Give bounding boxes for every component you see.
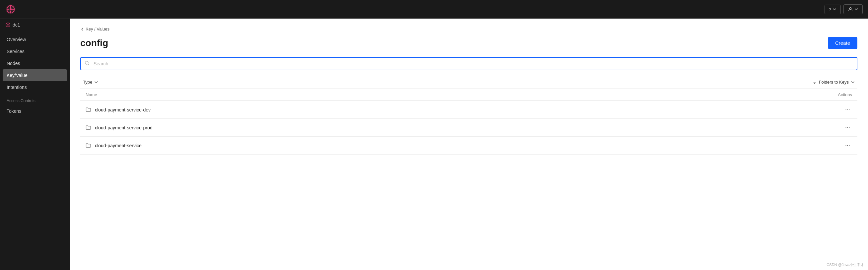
sidebar-item-nodes[interactable]: Nodes	[0, 57, 70, 69]
main-content: Key / Values config Create Type Folders …	[70, 19, 868, 270]
sidebar-item-keyvalue[interactable]: Key/Value	[3, 69, 67, 81]
row-name: cloud-payment-service-dev	[86, 107, 151, 113]
breadcrumb-back[interactable]: Key / Values	[80, 27, 110, 32]
page-title: config	[80, 38, 108, 48]
consul-logo-icon	[5, 4, 16, 14]
search-icon	[84, 60, 90, 67]
table-row[interactable]: cloud-payment-service ···	[80, 137, 857, 155]
filter-icon	[812, 80, 817, 85]
sidebar-item-tokens[interactable]: Tokens	[0, 105, 70, 117]
dc-selector[interactable]: dc1	[0, 19, 70, 31]
type-chevron-icon	[94, 80, 98, 84]
sidebar: dc1 Overview Services Nodes Key/Value In…	[0, 0, 70, 270]
dc-icon	[5, 22, 11, 28]
type-filter-button[interactable]: Type	[80, 78, 101, 86]
table-body: cloud-payment-service-dev ··· cloud-paym…	[80, 101, 857, 155]
search-input[interactable]	[80, 57, 857, 70]
help-icon: ?	[829, 7, 831, 12]
footer-note: CSDN @Java小生不才	[827, 262, 864, 267]
help-button[interactable]: ?	[825, 5, 841, 14]
row-name: cloud-payment-service-prod	[86, 125, 153, 131]
user-chevron-icon	[855, 7, 858, 11]
table-header: Name Actions	[80, 89, 857, 101]
create-button[interactable]: Create	[828, 37, 857, 49]
folder-icon	[86, 125, 92, 131]
svg-point-7	[7, 24, 9, 26]
folders-chevron-icon	[851, 80, 855, 84]
dc-label: dc1	[12, 22, 20, 28]
filters-row: Type Folders to Keys	[80, 76, 857, 89]
access-controls-section-label: Access Controls	[0, 93, 70, 105]
back-arrow-icon	[80, 27, 84, 31]
sidebar-nav: Overview Services Nodes Key/Value Intent…	[0, 31, 70, 270]
folders-filter-button[interactable]: Folders to Keys	[810, 78, 857, 86]
folder-icon	[86, 143, 92, 148]
help-chevron-icon	[833, 7, 836, 11]
user-button[interactable]	[843, 4, 863, 14]
search-container	[80, 57, 857, 70]
svg-point-8	[849, 8, 851, 9]
breadcrumb: Key / Values	[80, 27, 857, 32]
row-name: cloud-payment-service	[86, 143, 142, 148]
topbar: ?	[70, 0, 868, 19]
sidebar-item-intentions[interactable]: Intentions	[0, 81, 70, 93]
sidebar-header	[0, 0, 70, 19]
row-actions-button[interactable]: ···	[843, 124, 852, 132]
user-icon	[848, 7, 853, 12]
page-header: config Create	[80, 37, 857, 49]
sidebar-item-overview[interactable]: Overview	[0, 34, 70, 45]
row-actions-button[interactable]: ···	[843, 141, 852, 149]
table-row[interactable]: cloud-payment-service-dev ···	[80, 101, 857, 119]
row-actions-button[interactable]: ···	[843, 105, 852, 114]
folder-icon	[86, 107, 92, 113]
sidebar-item-services[interactable]: Services	[0, 45, 70, 57]
table-row[interactable]: cloud-payment-service-prod ···	[80, 119, 857, 137]
svg-point-1	[10, 8, 11, 10]
